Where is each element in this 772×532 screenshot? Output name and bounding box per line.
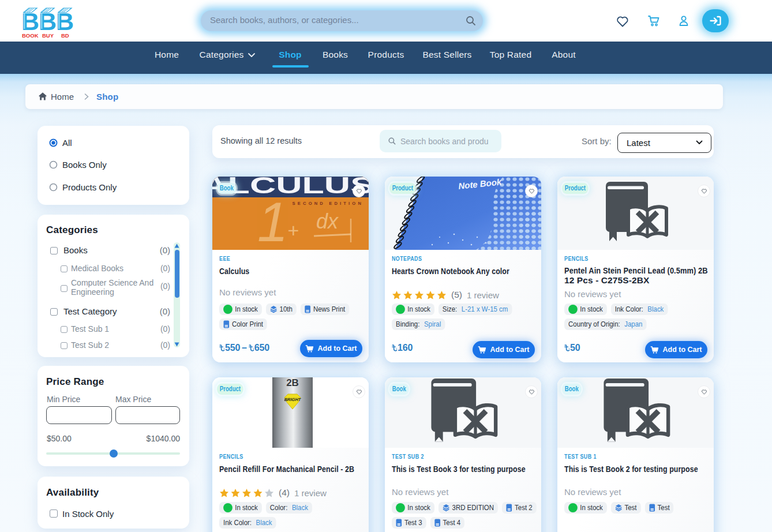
svg-text:BOOK: BOOK — [22, 32, 39, 39]
svg-text:dx: dx — [316, 209, 339, 233]
svg-text:BRIGHT: BRIGHT — [284, 397, 302, 402]
svg-text:1: 1 — [257, 191, 288, 250]
svg-text:BUY: BUY — [42, 32, 54, 39]
svg-text:BD: BD — [61, 32, 69, 39]
svg-text:SECOND EDITION: SECOND EDITION — [293, 201, 363, 206]
svg-text:+: + — [287, 219, 299, 241]
